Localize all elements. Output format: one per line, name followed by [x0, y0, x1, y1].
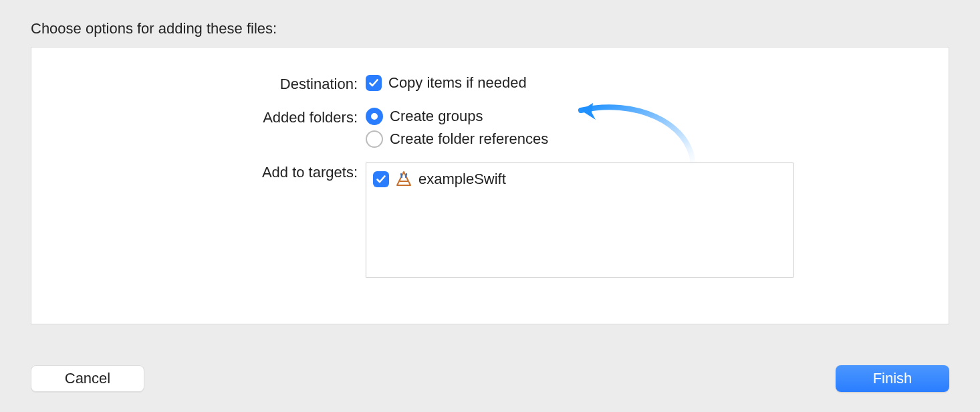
- targets-list[interactable]: exampleSwift: [366, 163, 793, 278]
- create-groups-label: Create groups: [390, 108, 483, 125]
- destination-row: Destination: Copy items if needed: [58, 74, 922, 93]
- add-to-targets-row: Add to targets: exampleSwi: [58, 163, 922, 278]
- copy-items-label: Copy items if needed: [388, 74, 527, 92]
- button-row: Cancel Finish: [31, 365, 949, 392]
- added-folders-row: Added folders: Create groups Create fold…: [58, 108, 922, 148]
- create-folder-references-radio[interactable]: [366, 130, 383, 148]
- destination-label: Destination:: [58, 74, 366, 93]
- copy-items-checkbox[interactable]: [366, 75, 382, 91]
- dialog-title: Choose options for adding these files:: [0, 0, 980, 47]
- options-panel: Destination: Copy items if needed Added …: [31, 47, 949, 324]
- target-checkbox[interactable]: [373, 171, 389, 187]
- app-icon: [394, 170, 413, 189]
- target-item[interactable]: exampleSwift: [373, 170, 786, 189]
- added-folders-label: Added folders:: [58, 108, 366, 126]
- cancel-button[interactable]: Cancel: [31, 365, 144, 392]
- create-folder-references-label: Create folder references: [390, 130, 548, 148]
- add-to-targets-label: Add to targets:: [58, 163, 366, 181]
- target-name: exampleSwift: [418, 171, 506, 188]
- finish-button[interactable]: Finish: [836, 365, 949, 392]
- create-groups-radio[interactable]: [366, 108, 383, 125]
